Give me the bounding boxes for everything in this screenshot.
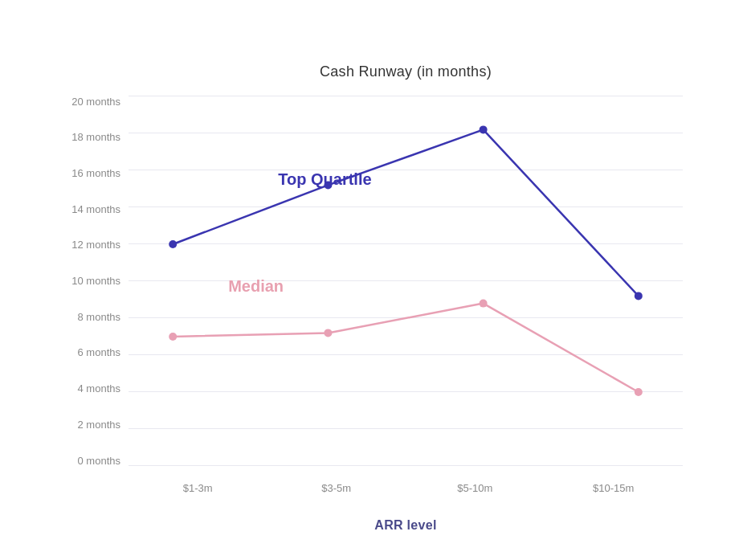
svg-point-1 bbox=[324, 329, 332, 337]
y-axis-label: 16 months bbox=[44, 168, 120, 178]
y-axis-label: 20 months bbox=[44, 96, 120, 107]
chart-svg bbox=[129, 96, 683, 466]
svg-point-5 bbox=[324, 181, 332, 189]
y-axis-label: 2 months bbox=[44, 419, 120, 430]
chart-area: 0 months2 months4 months6 months8 months… bbox=[129, 96, 683, 466]
x-axis-label: $10-15m bbox=[545, 482, 684, 494]
svg-point-6 bbox=[480, 125, 488, 133]
svg-point-4 bbox=[169, 240, 177, 248]
y-axis-labels: 0 months2 months4 months6 months8 months… bbox=[44, 96, 120, 466]
chart-title: Cash Runway (in months) bbox=[129, 63, 683, 80]
svg-point-7 bbox=[635, 292, 643, 300]
svg-point-2 bbox=[480, 299, 488, 307]
x-axis-labels: $1-3m$3-5m$5-10m$10-15m bbox=[129, 482, 683, 494]
x-axis-label: $5-10m bbox=[406, 482, 545, 494]
y-axis-label: 0 months bbox=[44, 456, 120, 466]
x-axis-label: $1-3m bbox=[129, 482, 267, 494]
svg-point-0 bbox=[169, 333, 177, 341]
chart-container: Cash Runway (in months) 0 months2 months… bbox=[40, 31, 699, 529]
y-axis-label: 18 months bbox=[44, 132, 120, 142]
x-axis-title: ARR level bbox=[129, 518, 683, 533]
y-axis-label: 10 months bbox=[44, 276, 120, 286]
y-axis-label: 12 months bbox=[44, 239, 120, 250]
y-axis-label: 8 months bbox=[44, 312, 120, 322]
y-axis-label: 6 months bbox=[44, 347, 120, 358]
y-axis-label: 14 months bbox=[44, 204, 120, 215]
x-axis-label: $3-5m bbox=[267, 482, 406, 494]
svg-point-3 bbox=[635, 388, 643, 396]
y-axis-label: 4 months bbox=[44, 383, 120, 394]
